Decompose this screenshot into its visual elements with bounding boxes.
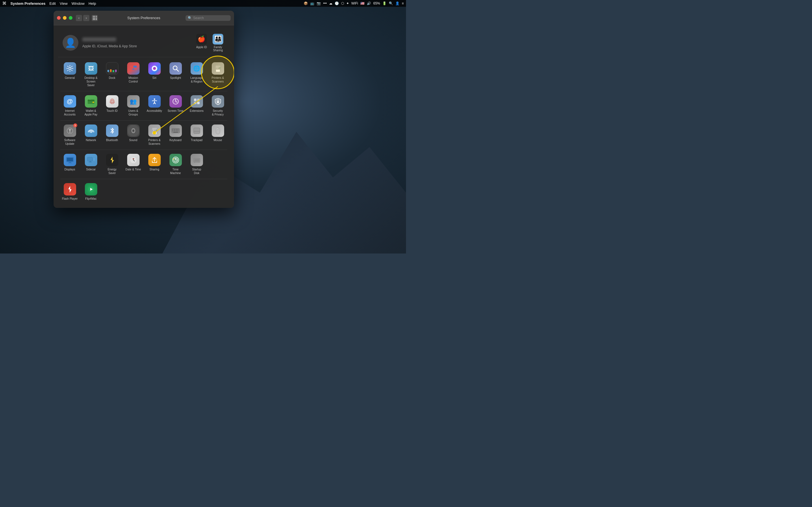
pref-printers-top[interactable]: Printers &Scanners [207, 59, 229, 90]
language-icon: 🌐 [191, 62, 203, 75]
profile-left: 👤 Apple ID, iCloud, Media & App Store [63, 35, 195, 51]
apple-id-icon: 🍎 [196, 34, 207, 45]
svg-rect-37 [175, 129, 177, 130]
pref-flip4mac[interactable]: Flip4Mac [80, 180, 101, 203]
pref-time-machine[interactable]: TimeMachine [165, 151, 186, 178]
family-sharing-icon-item[interactable]: 👨‍👩‍👧 FamilySharing [211, 32, 225, 54]
back-button[interactable]: ‹ [76, 15, 82, 21]
maximize-button[interactable] [69, 16, 72, 20]
pref-displays[interactable]: Displays [59, 151, 80, 178]
search-input[interactable] [193, 16, 229, 20]
pref-flash-player[interactable]: Flash Player [59, 180, 80, 203]
security-label: Security& Privacy [212, 109, 223, 116]
menubar-right: 📦 📺 📷 ••• ☁ 🕐 ⬡ ✦ WiFi 🇺🇸 🔊 65% 🔋 🔍 👤 ≡ [304, 1, 404, 5]
svg-rect-5 [135, 68, 137, 70]
pref-security-privacy[interactable]: Security& Privacy [207, 93, 229, 119]
svg-rect-44 [194, 128, 200, 133]
app-name-menu[interactable]: System Preferences [10, 1, 45, 6]
svg-rect-22 [217, 101, 219, 103]
spotlight-label: Spotlight [170, 76, 181, 80]
separator-4 [60, 179, 227, 179]
pref-keyboard[interactable]: Keyboard [165, 122, 186, 149]
family-sharing-label: FamilySharing [213, 46, 223, 52]
pref-software-update[interactable]: 1 SoftwareUpdate [59, 122, 80, 149]
pref-startup-disk[interactable]: StartupDisk [186, 151, 207, 178]
screentime-icon [169, 95, 182, 108]
internet-icon: @ [64, 95, 76, 108]
pref-siri[interactable]: Siri [144, 59, 165, 90]
pref-trackpad[interactable]: Trackpad [186, 122, 207, 149]
svg-point-33 [156, 130, 157, 131]
timemachine-icon [169, 154, 182, 166]
flag-icon: 🇺🇸 [360, 1, 364, 5]
edit-menu[interactable]: Edit [49, 1, 56, 6]
apple-menu[interactable]: ⌘ [2, 1, 6, 6]
svg-rect-49 [69, 162, 71, 163]
pref-printers-scanners[interactable]: Printers &Scanners [144, 122, 165, 149]
svg-point-16 [154, 99, 155, 100]
search-menu-icon[interactable]: 🔍 [389, 1, 393, 5]
system-preferences-window: ‹ › System Preferences 🔍 👤 [54, 11, 234, 208]
pref-general[interactable]: General [59, 59, 80, 90]
trackpad-icon [191, 124, 203, 137]
minimize-button[interactable] [63, 16, 66, 20]
close-button[interactable] [57, 16, 61, 20]
svg-line-7 [176, 69, 179, 71]
siri-label: Siri [152, 76, 156, 80]
pref-date-time[interactable]: 18 Date & Time [123, 151, 144, 178]
pref-sound[interactable]: Sound [123, 122, 144, 149]
family-sharing-icon: 👨‍👩‍👧 [213, 34, 223, 45]
pref-wallet[interactable]: Wallet &Apple Pay [80, 93, 101, 119]
help-menu[interactable]: Help [89, 1, 96, 6]
svg-rect-51 [87, 157, 93, 161]
pref-users-groups[interactable]: 👥 Users &Groups [123, 93, 144, 119]
screentime-label: Screen Time [167, 109, 183, 113]
pref-sidecar[interactable]: Sidecar [80, 151, 101, 178]
pref-touch-id[interactable]: Touch ID [101, 93, 123, 119]
pref-mouse[interactable]: Mouse [207, 122, 229, 149]
touchid-icon [106, 95, 118, 108]
view-menu[interactable]: View [60, 1, 68, 6]
svg-point-25 [91, 132, 91, 133]
pref-extensions[interactable]: Extensions [186, 93, 207, 119]
window-menu[interactable]: Window [71, 1, 85, 6]
startup-label: StartupDisk [192, 168, 201, 175]
svg-rect-52 [93, 158, 95, 161]
svg-rect-39 [172, 130, 173, 131]
forward-button[interactable]: › [83, 15, 89, 21]
pref-sharing[interactable]: Sharing [144, 151, 165, 178]
pref-internet-accounts[interactable]: @ InternetAccounts [59, 93, 80, 119]
section-5-grid: Flash Player Flip4Mac [58, 180, 230, 203]
cloud-icon: ☁ [329, 1, 333, 5]
separator-3 [60, 150, 227, 150]
user-subtitle[interactable]: Apple ID, iCloud, Media & App Store [82, 44, 137, 48]
sharing-label: Sharing [149, 168, 159, 171]
user-avatar-menu[interactable]: 👤 [395, 1, 400, 5]
pref-desktop-screensaver[interactable]: 🖼 Desktop &Screen Saver [80, 59, 101, 90]
accessibility-icon [148, 95, 161, 108]
pref-language-region[interactable]: 🌐 Language& Region [186, 59, 207, 90]
apple-id-icon-item[interactable]: 🍎 Apple ID [195, 32, 209, 54]
sound-icon [127, 124, 140, 137]
timemachine-icon: 🕐 [335, 1, 339, 5]
svg-point-24 [69, 132, 70, 133]
pref-dock[interactable]: Dock [101, 59, 123, 90]
desktop-icon: 🖼 [85, 62, 97, 75]
grid-view-button[interactable] [92, 15, 98, 21]
pref-spotlight[interactable]: Spotlight [165, 59, 186, 90]
pref-network[interactable]: Network [80, 122, 101, 149]
svg-point-28 [133, 130, 134, 131]
notification-icon[interactable]: ≡ [402, 1, 404, 5]
network-label: Network [86, 138, 96, 142]
svg-rect-11 [216, 68, 218, 68]
user-avatar[interactable]: 👤 [63, 35, 79, 51]
pref-mission-control[interactable]: MissionControl [123, 59, 144, 90]
flip4mac-label: Flip4Mac [85, 197, 97, 201]
svg-rect-50 [68, 163, 72, 163]
pref-bluetooth[interactable]: Bluetooth [101, 122, 123, 149]
pref-screen-time[interactable]: Screen Time [165, 93, 186, 119]
pref-accessibility[interactable]: Accessibility [144, 93, 165, 119]
bluetooth-menu-icon: ✦ [346, 1, 349, 5]
svg-point-64 [199, 162, 199, 163]
pref-energy-saver[interactable]: EnergySaver [101, 151, 123, 178]
